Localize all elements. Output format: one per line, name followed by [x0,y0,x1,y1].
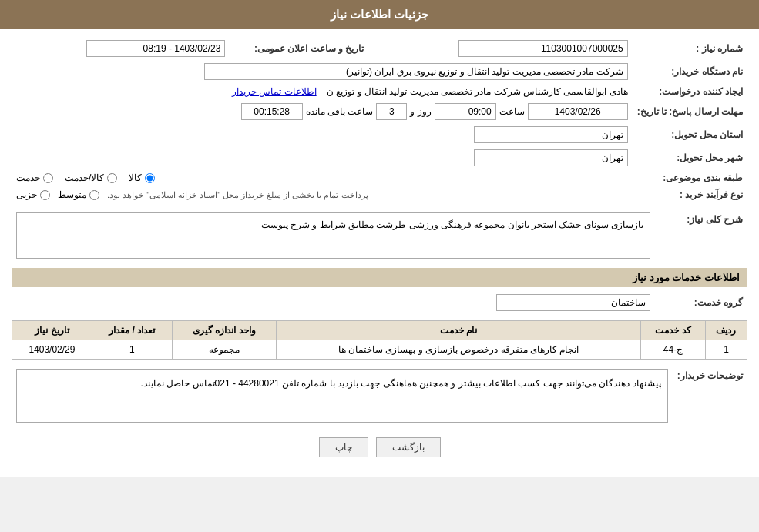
category-option-kala[interactable]: کالا [129,172,155,183]
process-option-motavaset[interactable]: متوسط [58,189,99,200]
category-kala-khidmat-label: کالا/خدمت [65,172,104,183]
row-count: 1 [92,340,172,360]
info-table: شماره نیاز : 1103001007000025 تاریخ و سا… [12,37,747,203]
category-khidmat-label: خدمت [16,172,40,183]
process-type-row: جزیی متوسط پرداخت تمام یا بخشی از مبلغ خ… [16,189,628,200]
row-province: استان محل تحویل: تهران [12,123,747,146]
row-creator: ایجاد کننده درخواست: هادی ابوالقاسمی کار… [12,83,747,100]
col-row: ردیف [705,321,747,340]
city-value: تهران [474,149,628,166]
service-group-value: ساختمان [496,294,650,311]
remaining-label: ساعت باقی مانده [306,106,374,117]
services-header-row: ردیف کد خدمت نام خدمت واحد اندازه گیری ت… [12,321,747,340]
creator-link[interactable]: اطلاعات تماس خریدار [232,86,317,97]
send-days-label: روز و [410,106,431,117]
table-row: 1 ج-44 انجام کارهای متفرقه درخصوص بازساز… [12,340,747,360]
category-option-kala-khidmat[interactable]: کالا/خدمت [65,172,117,183]
row-process: نوع فرآیند خرید : جزیی متوسط پرداخت تمام… [12,186,747,203]
process-note: پرداخت تمام یا بخشی از مبلغ خریداز محل "… [107,190,368,200]
category-radio-group: خدمت کالا/خدمت کالا [16,172,628,183]
col-name: نام خدمت [277,321,641,340]
send-date-label: مهلت ارسال پاسخ: تا تاریخ: [633,100,747,123]
process-label: نوع فرآیند خرید : [633,186,747,203]
buyer-notes-value: پیشنهاد دهندگان می‌توانند جهت کسب اطلاعا… [16,369,668,423]
process-motavaset-radio[interactable] [89,190,99,200]
col-unit: واحد اندازه گیری [172,321,276,340]
row-send-date: مهلت ارسال پاسخ: تا تاریخ: 1403/02/26 سا… [12,100,747,123]
buyer-notes-label: توضیحات خریدار: [673,366,747,426]
send-time-label: ساعت [499,106,525,117]
row-service-group: گروه خدمت: ساختمان [12,291,747,314]
col-code: کد خدمت [641,321,706,340]
description-value: بازسازی سونای خشک استخر بانوان مجموعه فر… [16,212,650,259]
need-number-value: 1103001007000025 [458,40,628,57]
process-jozi-radio[interactable] [40,190,50,200]
col-date: تاریخ نیاز [12,321,92,340]
process-motavaset-label: متوسط [58,189,86,200]
row-category: طبقه بندی موضوعی: خدمت کالا/خدمت کالا [12,169,747,186]
announce-date-label: تاریخ و ساعت اعلان عمومی: [230,37,368,60]
col-count: تعداد / مقدار [92,321,172,340]
back-button[interactable]: بازگشت [376,437,441,457]
services-table-header: ردیف کد خدمت نام خدمت واحد اندازه گیری ت… [12,321,747,340]
description-label: شرح کلی نیاز: [655,209,747,262]
content-area: شماره نیاز : 1103001007000025 تاریخ و سا… [0,29,759,477]
row-city: شهر محل تحویل: تهران [12,146,747,169]
print-button[interactable]: چاپ [319,437,368,457]
announce-date-value: 1403/02/23 - 08:19 [86,40,225,57]
row-buyer-org: نام دستگاه خریدار: شرکت مادر تخصصی مدیری… [12,60,747,83]
services-section-title: اطلاعات خدمات مورد نیاز [12,268,747,287]
creator-label: ایجاد کننده درخواست: [633,83,747,100]
page-header: جزئیات اطلاعات نیاز [0,0,759,29]
row-need-date: 1403/02/29 [12,340,92,360]
send-time-value: 09:00 [435,103,496,120]
remaining-value: 00:15:28 [241,103,303,120]
row-unit: مجموعه [172,340,276,360]
category-khidmat-radio[interactable] [43,173,53,183]
category-kala-label: کالا [129,172,142,183]
send-date-value: 1403/02/26 [528,103,628,120]
process-option-jozi[interactable]: جزیی [16,189,50,200]
service-group-table: گروه خدمت: ساختمان [12,291,747,314]
row-code: ج-44 [641,340,706,360]
province-label: استان محل تحویل: [633,123,747,146]
row-buyer-notes: توضیحات خریدار: پیشنهاد دهندگان می‌توانن… [12,366,747,426]
province-value: تهران [474,126,628,143]
services-table-body: 1 ج-44 انجام کارهای متفرقه درخصوص بازساز… [12,340,747,360]
process-jozi-label: جزیی [16,189,37,200]
city-label: شهر محل تحویل: [633,146,747,169]
service-group-label: گروه خدمت: [655,291,747,314]
buyer-org-value: شرکت مادر تخصصی مدیریت تولید انتقال و تو… [204,63,628,80]
page-title: جزئیات اطلاعات نیاز [331,8,428,21]
creator-value: هادی ابوالقاسمی کارشناس شرکت مادر تخصصی … [327,86,628,97]
row-service-name: انجام کارهای متفرقه درخصوص بازسازی و بهس… [277,340,641,360]
category-kala-khidmat-radio[interactable] [107,173,117,183]
description-section: شرح کلی نیاز: بازسازی سونای خشک استخر با… [12,209,747,262]
category-option-khidmat[interactable]: خدمت [16,172,53,183]
need-number-label: شماره نیاز : [633,37,747,60]
main-container: جزئیات اطلاعات نیاز شماره نیاز : 1103001… [0,0,759,477]
buyer-notes-table: توضیحات خریدار: پیشنهاد دهندگان می‌توانن… [12,366,747,426]
category-kala-radio[interactable] [145,173,155,183]
category-label: طبقه بندی موضوعی: [633,169,747,186]
row-number: 1 [705,340,747,360]
buyer-org-label: نام دستگاه خریدار: [633,60,747,83]
row-need-number: شماره نیاز : 1103001007000025 تاریخ و سا… [12,37,747,60]
row-description: شرح کلی نیاز: بازسازی سونای خشک استخر با… [12,209,747,262]
button-row: بازگشت چاپ [12,437,747,457]
send-days-value: 3 [376,103,407,120]
services-table: ردیف کد خدمت نام خدمت واحد اندازه گیری ت… [12,320,747,360]
